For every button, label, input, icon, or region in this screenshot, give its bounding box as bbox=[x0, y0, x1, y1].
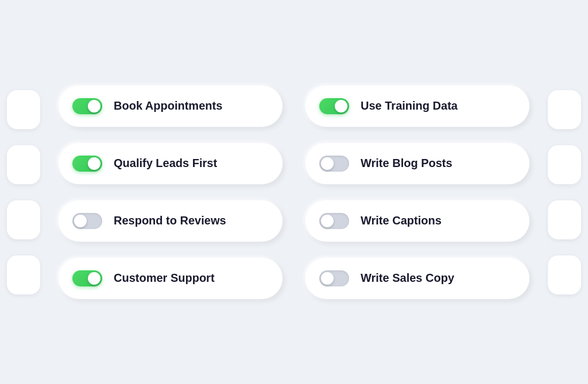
toggle-knob-book-appointments bbox=[88, 100, 100, 113]
side-card-right-4 bbox=[548, 255, 581, 294]
toggle-knob-use-training-data bbox=[335, 100, 347, 113]
side-card-left-3 bbox=[7, 200, 40, 239]
toggle-knob-qualify-leads-first bbox=[88, 157, 100, 170]
side-card-right-1 bbox=[548, 90, 581, 129]
side-card-left-1 bbox=[7, 90, 40, 129]
toggle-knob-respond-to-reviews bbox=[74, 215, 87, 227]
toggle-label-write-captions: Write Captions bbox=[361, 214, 442, 227]
toggle-card-write-captions[interactable]: Write Captions bbox=[305, 200, 529, 242]
toggle-card-respond-to-reviews[interactable]: Respond to Reviews bbox=[59, 200, 283, 242]
toggle-switch-book-appointments[interactable] bbox=[72, 98, 102, 114]
toggle-switch-respond-to-reviews[interactable] bbox=[72, 213, 102, 229]
toggle-knob-write-captions bbox=[321, 215, 334, 227]
toggle-switch-customer-support[interactable] bbox=[72, 270, 102, 286]
toggle-card-write-sales-copy[interactable]: Write Sales Copy bbox=[305, 258, 529, 299]
main-container: Book AppointmentsUse Training DataQualif… bbox=[0, 0, 588, 384]
toggle-switch-use-training-data[interactable] bbox=[319, 98, 349, 114]
toggle-label-book-appointments: Book Appointments bbox=[114, 99, 222, 113]
toggle-grid: Book AppointmentsUse Training DataQualif… bbox=[59, 86, 529, 299]
side-card-right-3 bbox=[548, 200, 581, 239]
toggle-switch-write-captions[interactable] bbox=[319, 213, 349, 229]
toggle-card-use-training-data[interactable]: Use Training Data bbox=[305, 86, 529, 127]
side-cards-right bbox=[548, 90, 581, 294]
toggle-label-write-sales-copy: Write Sales Copy bbox=[361, 271, 454, 285]
toggle-card-qualify-leads-first[interactable]: Qualify Leads First bbox=[59, 143, 283, 184]
side-card-left-2 bbox=[7, 145, 40, 184]
toggle-knob-customer-support bbox=[88, 272, 100, 285]
toggle-switch-write-sales-copy[interactable] bbox=[319, 270, 349, 286]
side-card-left-4 bbox=[7, 255, 40, 294]
toggle-card-book-appointments[interactable]: Book Appointments bbox=[59, 86, 283, 127]
toggle-knob-write-sales-copy bbox=[321, 272, 334, 285]
toggle-switch-write-blog-posts[interactable] bbox=[319, 156, 349, 172]
toggle-label-write-blog-posts: Write Blog Posts bbox=[361, 157, 452, 170]
toggle-label-qualify-leads-first: Qualify Leads First bbox=[114, 157, 217, 170]
toggle-knob-write-blog-posts bbox=[321, 157, 334, 170]
toggle-label-respond-to-reviews: Respond to Reviews bbox=[114, 214, 226, 227]
side-card-right-2 bbox=[548, 145, 581, 184]
side-cards-left bbox=[7, 90, 40, 294]
toggle-switch-qualify-leads-first[interactable] bbox=[72, 156, 102, 172]
toggle-label-use-training-data: Use Training Data bbox=[361, 99, 458, 113]
toggle-card-write-blog-posts[interactable]: Write Blog Posts bbox=[305, 143, 529, 184]
toggle-card-customer-support[interactable]: Customer Support bbox=[59, 258, 283, 299]
toggle-label-customer-support: Customer Support bbox=[114, 271, 215, 285]
